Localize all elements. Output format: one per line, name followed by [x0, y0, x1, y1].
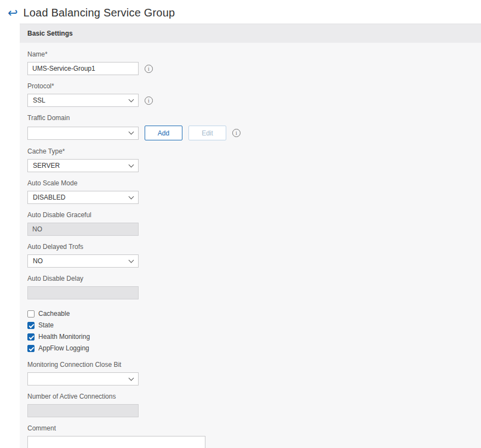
comment-label: Comment	[27, 424, 481, 432]
field-name: Name* i	[27, 50, 481, 75]
field-traffic-domain: Traffic Domain Add Edit i	[27, 114, 481, 140]
monitoring-connection-close-bit-select[interactable]	[27, 372, 139, 385]
field-comment: Comment	[27, 424, 481, 448]
auto-scale-mode-select-value: DISABLED	[33, 194, 65, 201]
health-monitoring-checkbox[interactable]	[27, 333, 35, 341]
chevron-down-icon	[129, 375, 134, 381]
back-arrow-icon[interactable]: ↩	[8, 7, 18, 19]
basic-settings-panel: Basic Settings Name* i Protocol* SSL	[20, 24, 481, 448]
page: ↩ Load Balancing Service Group Basic Set…	[0, 0, 481, 448]
cacheable-checkbox[interactable]	[27, 310, 35, 317]
chevron-down-icon	[129, 194, 134, 199]
panel-header-title: Basic Settings	[20, 24, 481, 43]
chevron-down-icon	[129, 97, 134, 102]
add-button[interactable]: Add	[145, 126, 182, 140]
name-label: Name*	[27, 50, 481, 58]
appflow-logging-checkbox[interactable]	[27, 345, 35, 352]
auto-scale-mode-label: Auto Scale Mode	[27, 179, 481, 187]
info-icon[interactable]: i	[232, 129, 240, 137]
state-checkbox-label: State	[38, 321, 54, 329]
chevron-down-icon	[129, 129, 134, 135]
field-auto-delayed-trofs: Auto Delayed Trofs NO	[27, 243, 481, 268]
traffic-domain-label: Traffic Domain	[27, 114, 481, 122]
cacheable-checkbox-row[interactable]: Cacheable	[27, 310, 481, 317]
number-of-active-connections-input	[27, 404, 139, 417]
field-auto-disable-graceful: Auto Disable Graceful	[27, 211, 481, 236]
appflow-logging-checkbox-row[interactable]: AppFlow Logging	[27, 344, 481, 352]
traffic-domain-select[interactable]	[27, 127, 139, 140]
auto-delayed-trofs-select-value: NO	[33, 257, 43, 265]
state-checkbox-row[interactable]: State	[27, 321, 481, 329]
monitoring-connection-close-bit-label: Monitoring Connection Close Bit	[27, 361, 481, 368]
field-cache-type: Cache Type* SERVER	[27, 148, 481, 172]
cacheable-checkbox-label: Cacheable	[38, 310, 70, 317]
field-number-of-active-connections: Number of Active Connections	[27, 393, 481, 417]
number-of-active-connections-label: Number of Active Connections	[27, 393, 481, 400]
chevron-down-icon	[129, 257, 134, 263]
page-title: Load Balancing Service Group	[23, 7, 175, 19]
edit-button[interactable]: Edit	[188, 126, 226, 140]
field-monitoring-connection-close-bit: Monitoring Connection Close Bit	[27, 361, 481, 385]
page-header: ↩ Load Balancing Service Group	[0, 0, 481, 24]
info-icon[interactable]: i	[145, 97, 153, 105]
comment-textarea[interactable]	[27, 436, 205, 448]
auto-scale-mode-select[interactable]: DISABLED	[27, 191, 139, 204]
protocol-select[interactable]: SSL	[27, 94, 139, 107]
protocol-select-value: SSL	[33, 97, 45, 104]
cache-type-select-value: SERVER	[33, 162, 60, 169]
auto-delayed-trofs-select[interactable]: NO	[27, 254, 139, 268]
chevron-down-icon	[129, 162, 134, 167]
auto-disable-delay-label: Auto Disable Delay	[27, 275, 481, 282]
field-protocol: Protocol* SSL i	[27, 82, 481, 107]
panel-body: Name* i Protocol* SSL i Tr	[20, 43, 481, 448]
protocol-label: Protocol*	[27, 82, 481, 90]
auto-delayed-trofs-label: Auto Delayed Trofs	[27, 243, 481, 251]
health-monitoring-checkbox-row[interactable]: Health Monitoring	[27, 333, 481, 341]
cache-type-select[interactable]: SERVER	[27, 159, 139, 172]
auto-disable-graceful-input	[27, 223, 139, 236]
auto-disable-graceful-label: Auto Disable Graceful	[27, 211, 481, 219]
field-auto-scale-mode: Auto Scale Mode DISABLED	[27, 179, 481, 204]
appflow-logging-checkbox-label: AppFlow Logging	[38, 344, 89, 352]
auto-disable-delay-input	[27, 286, 139, 299]
health-monitoring-checkbox-label: Health Monitoring	[38, 333, 90, 341]
state-checkbox[interactable]	[27, 322, 35, 329]
info-icon[interactable]: i	[145, 65, 153, 73]
field-auto-disable-delay: Auto Disable Delay	[27, 275, 481, 299]
checkbox-group: Cacheable State Health Monitoring AppFlo…	[27, 310, 481, 352]
name-input[interactable]	[27, 62, 139, 75]
cache-type-label: Cache Type*	[27, 148, 481, 155]
